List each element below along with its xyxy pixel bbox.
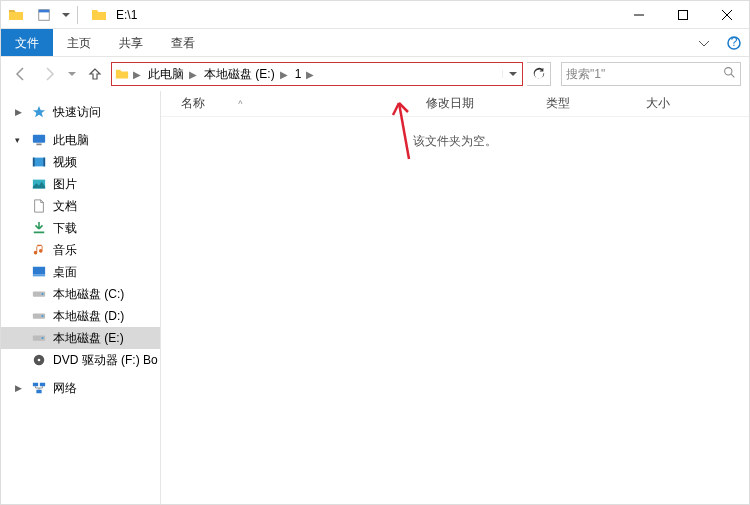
music-icon bbox=[31, 242, 47, 258]
tab-home[interactable]: 主页 bbox=[53, 29, 105, 56]
svg-rect-2 bbox=[679, 10, 688, 19]
ribbon-tabs: 文件 主页 共享 查看 ? bbox=[1, 29, 749, 57]
svg-rect-22 bbox=[33, 383, 38, 387]
tab-view[interactable]: 查看 bbox=[157, 29, 209, 56]
crumb-sep-icon[interactable]: ▶ bbox=[132, 69, 144, 80]
nav-up-button[interactable] bbox=[83, 62, 107, 86]
network-icon bbox=[31, 380, 47, 396]
nav-tree: ▶ 快速访问 ▾ 此电脑 视频 图片 文档 下载 音乐 bbox=[1, 91, 161, 504]
window-title: E:\1 bbox=[116, 8, 137, 22]
monitor-icon bbox=[31, 132, 47, 148]
search-placeholder: 搜索"1" bbox=[566, 66, 723, 83]
tree-quick-access[interactable]: ▶ 快速访问 bbox=[1, 101, 160, 123]
chevron-down-icon: ▾ bbox=[15, 135, 25, 145]
qat-properties-icon[interactable] bbox=[35, 6, 53, 24]
tree-videos[interactable]: 视频 bbox=[1, 151, 160, 173]
tab-share[interactable]: 共享 bbox=[105, 29, 157, 56]
crumb-sep-icon[interactable]: ▶ bbox=[188, 69, 200, 80]
tree-drive-e[interactable]: 本地磁盘 (E:) bbox=[1, 327, 160, 349]
crumb-drive[interactable]: 本地磁盘 (E:) bbox=[200, 66, 279, 83]
video-icon bbox=[31, 154, 47, 170]
svg-rect-7 bbox=[36, 144, 41, 146]
tree-label: 视频 bbox=[53, 154, 77, 171]
address-history-dropdown[interactable] bbox=[502, 70, 522, 78]
drive-icon bbox=[31, 308, 47, 324]
breadcrumb: 此电脑 ▶ 本地磁盘 (E:) ▶ 1 ▶ bbox=[144, 63, 317, 85]
svg-point-5 bbox=[725, 68, 732, 75]
svg-text:?: ? bbox=[731, 36, 738, 49]
current-folder-icon bbox=[90, 6, 108, 24]
drive-icon bbox=[31, 286, 47, 302]
crumb-thispc[interactable]: 此电脑 bbox=[144, 66, 188, 83]
address-bar[interactable]: ▶ 此电脑 ▶ 本地磁盘 (E:) ▶ 1 ▶ bbox=[111, 62, 523, 86]
nav-recent-dropdown[interactable] bbox=[65, 62, 79, 86]
column-headers: 名称 ^ 修改日期 类型 大小 bbox=[161, 91, 749, 117]
col-name[interactable]: 名称 ^ bbox=[181, 95, 426, 112]
svg-rect-24 bbox=[36, 390, 41, 394]
crumb-sep-icon[interactable]: ▶ bbox=[279, 69, 291, 80]
tree-label: 下载 bbox=[53, 220, 77, 237]
drive-icon bbox=[31, 330, 47, 346]
desktop-icon bbox=[31, 264, 47, 280]
tree-drive-d[interactable]: 本地磁盘 (D:) bbox=[1, 305, 160, 327]
ribbon-expand-button[interactable] bbox=[689, 29, 719, 56]
close-button[interactable] bbox=[705, 1, 749, 29]
tree-documents[interactable]: 文档 bbox=[1, 195, 160, 217]
svg-rect-8 bbox=[33, 158, 45, 167]
tree-label: 本地磁盘 (D:) bbox=[53, 308, 124, 325]
sort-indicator-icon: ^ bbox=[238, 99, 242, 109]
picture-icon bbox=[31, 176, 47, 192]
download-icon bbox=[31, 220, 47, 236]
svg-rect-23 bbox=[40, 383, 45, 387]
tree-label: 桌面 bbox=[53, 264, 77, 281]
svg-rect-1 bbox=[39, 9, 50, 12]
search-box[interactable]: 搜索"1" bbox=[561, 62, 741, 86]
qat-dropdown-icon[interactable] bbox=[61, 6, 71, 24]
svg-rect-9 bbox=[33, 158, 35, 167]
svg-rect-6 bbox=[33, 135, 45, 143]
tree-label: 本地磁盘 (E:) bbox=[53, 330, 124, 347]
svg-rect-13 bbox=[33, 275, 45, 277]
maximize-button[interactable] bbox=[661, 1, 705, 29]
svg-rect-17 bbox=[42, 315, 44, 317]
crumb-folder[interactable]: 1 bbox=[291, 67, 306, 81]
tree-label: 文档 bbox=[53, 198, 77, 215]
tree-network[interactable]: ▶ 网络 bbox=[1, 377, 160, 399]
col-size[interactable]: 大小 bbox=[646, 95, 726, 112]
nav-back-button[interactable] bbox=[9, 62, 33, 86]
help-button[interactable]: ? bbox=[719, 29, 749, 56]
tree-this-pc[interactable]: ▾ 此电脑 bbox=[1, 129, 160, 151]
tree-label: 快速访问 bbox=[53, 104, 101, 121]
tree-label: 网络 bbox=[53, 380, 77, 397]
address-folder-icon bbox=[112, 67, 132, 81]
tree-pictures[interactable]: 图片 bbox=[1, 173, 160, 195]
main-area: ▶ 快速访问 ▾ 此电脑 视频 图片 文档 下载 音乐 bbox=[1, 91, 749, 504]
search-icon[interactable] bbox=[723, 66, 736, 82]
nav-forward-button[interactable] bbox=[37, 62, 61, 86]
navbar: ▶ 此电脑 ▶ 本地磁盘 (E:) ▶ 1 ▶ 搜索"1" bbox=[1, 57, 749, 91]
file-list-area: 名称 ^ 修改日期 类型 大小 该文件夹为空。 bbox=[161, 91, 749, 504]
svg-point-21 bbox=[38, 359, 41, 362]
tree-drive-c[interactable]: 本地磁盘 (C:) bbox=[1, 283, 160, 305]
star-icon bbox=[31, 104, 47, 120]
col-date[interactable]: 修改日期 bbox=[426, 95, 546, 112]
tree-desktop[interactable]: 桌面 bbox=[1, 261, 160, 283]
minimize-button[interactable] bbox=[617, 1, 661, 29]
col-type[interactable]: 类型 bbox=[546, 95, 646, 112]
titlebar-divider bbox=[77, 6, 78, 24]
tree-label: 本地磁盘 (C:) bbox=[53, 286, 124, 303]
svg-rect-15 bbox=[42, 293, 44, 295]
svg-rect-10 bbox=[43, 158, 45, 167]
tree-downloads[interactable]: 下载 bbox=[1, 217, 160, 239]
tree-dvd[interactable]: DVD 驱动器 (F:) Bo bbox=[1, 349, 160, 371]
tree-label: 音乐 bbox=[53, 242, 77, 259]
tree-music[interactable]: 音乐 bbox=[1, 239, 160, 261]
svg-rect-12 bbox=[33, 267, 45, 275]
tab-file[interactable]: 文件 bbox=[1, 29, 53, 56]
tree-label: 图片 bbox=[53, 176, 77, 193]
crumb-sep-icon[interactable]: ▶ bbox=[305, 69, 317, 80]
app-folder-icon bbox=[7, 6, 25, 24]
dvd-icon bbox=[31, 352, 47, 368]
titlebar: E:\1 bbox=[1, 1, 749, 29]
refresh-button[interactable] bbox=[527, 62, 551, 86]
